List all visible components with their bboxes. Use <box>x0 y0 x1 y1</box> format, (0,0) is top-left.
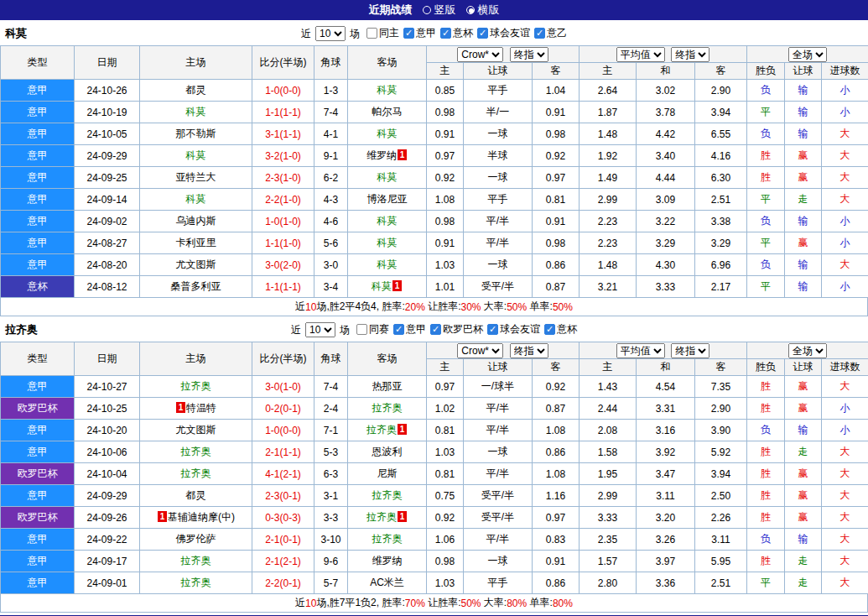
league-filter-checkbox[interactable]: 同主 <box>366 26 399 40</box>
radio-icon[interactable] <box>466 6 475 14</box>
team-name-link[interactable]: 科莫 <box>377 258 398 270</box>
red-card-badge: 1 <box>392 280 402 291</box>
col-type: 类型 <box>1 342 75 376</box>
checkbox-icon[interactable] <box>477 28 488 39</box>
team-name-link[interactable]: 维罗纳 <box>372 555 403 566</box>
league-filter-checkbox[interactable]: 同赛 <box>356 322 389 337</box>
odds-time-select[interactable]: 终指 <box>510 343 548 358</box>
checkbox-icon[interactable] <box>430 324 441 335</box>
team-name-link[interactable]: 帕尔马 <box>372 106 403 117</box>
team-name-link[interactable]: 乌迪内斯 <box>176 215 216 227</box>
match-row: 意甲24-10-19科莫1-1(1-1)7-4帕尔马0.98半/一0.911.8… <box>1 102 868 123</box>
checkbox-icon[interactable] <box>403 28 414 39</box>
corner-cell: 6-3 <box>314 463 348 485</box>
goals-cell: 小 <box>822 102 868 123</box>
team-name-link[interactable]: 拉齐奥 <box>181 577 211 588</box>
avg-draw-cell: 3.16 <box>637 420 695 441</box>
team-name-link[interactable]: 都灵 <box>186 489 206 501</box>
average-select[interactable]: 平均值 <box>616 47 665 62</box>
team-name-link[interactable]: 都灵 <box>186 84 206 96</box>
team-name-link[interactable]: 博洛尼亚 <box>367 193 408 205</box>
team-name-link[interactable]: 科莫 <box>377 237 398 248</box>
scope-select[interactable]: 全场 <box>788 343 827 358</box>
team-name-link[interactable]: 科莫 <box>186 193 206 205</box>
team-name-link[interactable]: 特温特 <box>186 402 216 414</box>
team-name-link[interactable]: 尼斯 <box>377 467 398 479</box>
team-name-link[interactable]: 科莫 <box>377 215 398 227</box>
team-name-link[interactable]: 卡利亚里 <box>176 237 216 248</box>
match-count-select[interactable]: 10 <box>315 26 346 41</box>
team-name-link[interactable]: 科莫 <box>377 171 398 183</box>
league-filter-checkbox[interactable]: 意甲 <box>403 26 436 40</box>
checkbox-icon[interactable] <box>356 324 367 335</box>
score-cell: 3-2(1-0) <box>252 145 314 167</box>
team-name-link[interactable]: 基辅迪纳摩(中) <box>168 511 235 523</box>
league-cell: 意甲 <box>1 102 75 123</box>
team-name-link[interactable]: 拉齐奥 <box>366 511 397 523</box>
home-team-cell: 乌迪内斯 <box>140 211 252 232</box>
checkbox-icon[interactable] <box>393 324 404 335</box>
away-team-cell: 科莫 <box>348 123 427 145</box>
avg-away-cell: 6.30 <box>695 167 747 189</box>
team-name-link[interactable]: 科莫 <box>377 128 398 139</box>
team-name-link[interactable]: 拉齐奥 <box>372 533 403 545</box>
subcol-avg-away: 客 <box>695 359 747 376</box>
odds-time-select[interactable]: 终指 <box>510 47 548 62</box>
league-filter-checkbox[interactable]: 意杯 <box>440 26 473 40</box>
checkbox-icon[interactable] <box>534 28 545 39</box>
home-odds-cell: 0.81 <box>427 463 464 485</box>
team-name-link[interactable]: 拉齐奥 <box>181 446 211 457</box>
bookmaker-select[interactable]: Crow* <box>457 343 503 358</box>
team-name-link[interactable]: 佛罗伦萨 <box>176 533 216 545</box>
league-filter-checkbox[interactable]: 意乙 <box>534 26 567 40</box>
summary-segment: 场,胜2平4负4, 胜率: <box>316 300 404 314</box>
radio-horizontal-layout[interactable]: 横版 <box>466 3 500 18</box>
team-name-link[interactable]: 尤文图斯 <box>176 258 216 270</box>
average-time-select[interactable]: 终指 <box>671 343 709 358</box>
avg-away-cell: 3.90 <box>695 420 747 441</box>
team-name-link[interactable]: 热那亚 <box>372 380 403 392</box>
scope-select[interactable]: 全场 <box>788 47 827 62</box>
team-name-link[interactable]: 尤文图斯 <box>176 424 216 436</box>
home-odds-cell: 1.01 <box>427 276 464 298</box>
result-cell: 负 <box>747 254 785 276</box>
checkbox-label: 球会友谊 <box>500 322 540 337</box>
team-name-link[interactable]: 拉齐奥 <box>366 424 397 436</box>
team-name-link[interactable]: 维罗纳 <box>366 149 397 161</box>
red-card-badge: 1 <box>398 149 407 160</box>
bookmaker-select[interactable]: Crow* <box>457 47 503 62</box>
team-name-link[interactable]: 拉齐奥 <box>181 380 211 392</box>
match-count-select[interactable]: 10 <box>305 322 335 337</box>
team-name-link[interactable]: 恩波利 <box>372 446 403 457</box>
average-time-select[interactable]: 终指 <box>671 47 709 62</box>
checkbox-icon[interactable] <box>366 28 377 39</box>
average-select[interactable]: 平均值 <box>616 343 665 358</box>
league-filter-checkbox[interactable]: 意甲 <box>393 322 426 337</box>
avg-away-cell: 6.96 <box>695 254 747 276</box>
team-name-link[interactable]: 桑普多利亚 <box>171 280 221 292</box>
league-filter-checkbox[interactable]: 球会友谊 <box>487 322 540 337</box>
checkbox-icon[interactable] <box>544 324 555 335</box>
handicap-cell: 平/半 <box>464 420 533 441</box>
team-name-link[interactable]: 拉齐奥 <box>372 489 403 501</box>
checkbox-icon[interactable] <box>487 324 498 335</box>
team-name-link[interactable]: 科莫 <box>186 149 206 161</box>
team-name-link[interactable]: 科莫 <box>186 106 206 117</box>
radio-vertical-layout[interactable]: 竖版 <box>423 3 456 18</box>
team-name-link[interactable]: 科莫 <box>377 84 398 96</box>
checkbox-icon[interactable] <box>440 28 451 39</box>
team-name-link[interactable]: 科莫 <box>372 280 392 292</box>
subcol-home-odds: 主 <box>427 359 464 376</box>
team-name-link[interactable]: 拉齐奥 <box>181 467 211 479</box>
team-name-link[interactable]: 亚特兰大 <box>176 171 216 183</box>
radio-icon[interactable] <box>423 6 431 14</box>
team-name-link[interactable]: 拉齐奥 <box>181 555 211 566</box>
league-filter-checkbox[interactable]: 欧罗巴杯 <box>430 322 483 337</box>
team-name-link[interactable]: 那不勒斯 <box>176 128 216 139</box>
league-filter-checkbox[interactable]: 意杯 <box>544 322 577 337</box>
team-name-link[interactable]: 拉齐奥 <box>372 402 403 414</box>
handicap-result-cell: 走 <box>785 189 822 211</box>
checkbox-label: 球会友谊 <box>490 26 530 40</box>
league-filter-checkbox[interactable]: 球会友谊 <box>477 26 530 40</box>
team-name-link[interactable]: AC米兰 <box>370 577 404 588</box>
